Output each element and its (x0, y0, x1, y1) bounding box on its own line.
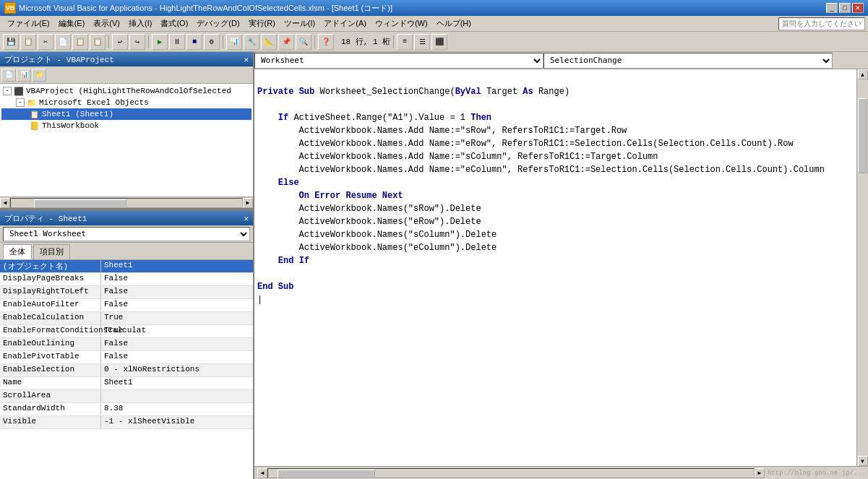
code-toolbar: Worksheet SelectionChange (254, 52, 868, 69)
toolbar-pause-btn[interactable]: ⏸ (169, 34, 185, 50)
vscroll-track[interactable] (857, 79, 868, 456)
project-panel: プロジェクト - VBAProject ✕ 📄 📊 📁 - ⬛ VBAProje… (0, 52, 253, 211)
properties-close-btn[interactable]: ✕ (244, 214, 249, 223)
toolbar-btn6[interactable]: 📋 (90, 34, 106, 50)
code-line (257, 98, 854, 111)
toolbar-btn12[interactable]: 📐 (261, 34, 277, 50)
hscroll-code-right-btn[interactable]: ▶ (755, 468, 765, 478)
vscroll-up-btn[interactable]: ▲ (858, 69, 868, 79)
prop-name: (オブジェクト名) (0, 260, 101, 272)
toolbar-align-btn[interactable]: ≡ (397, 34, 413, 50)
toolbar-help-btn[interactable]: ❓ (318, 34, 334, 50)
code-line: ActiveWorkbook.Names.Add Name:="eColumn"… (257, 163, 854, 176)
prop-name: EnableOutlining (0, 338, 101, 350)
search-input[interactable] (778, 17, 865, 30)
hscroll-code-track[interactable] (267, 468, 755, 478)
prop-row[interactable]: (オブジェクト名)Sheet1 (0, 260, 253, 273)
tree-item-root[interactable]: - ⬛ VBAProject (HighLightTheRowAndColOfS… (1, 85, 252, 97)
prop-row[interactable]: Visible-1 - xlSheetVisible (0, 416, 253, 429)
properties-tabs: 全体 項目別 (0, 243, 253, 260)
tree-item-thisworkbook[interactable]: 📒 ThisWorkbook (1, 120, 252, 131)
code-area[interactable]: Private Sub Worksheet_SelectionChange(By… (254, 69, 856, 466)
toolbar-btn5[interactable]: 📋 (72, 34, 88, 50)
project-folder-btn[interactable]: 📁 (32, 69, 46, 82)
menu-addins[interactable]: アドイン(A) (319, 17, 371, 30)
toolbar-btn4[interactable]: 📄 (55, 34, 71, 50)
tree-item-sheet1[interactable]: 📋 Sheet1 (Sheet1) (1, 108, 252, 120)
prop-row[interactable]: EnableSelection0 - xlNoRestrictions (0, 364, 253, 377)
toolbar-stop-btn[interactable]: ■ (186, 34, 202, 50)
properties-panel: プロパティ - Sheet1 ✕ Sheet1 Worksheet 全体 項目別… (0, 211, 253, 479)
prop-row[interactable]: EnableFormatConditionsCalculatTrue (0, 325, 253, 338)
code-line: ActiveWorkbook.Names("sRow").Delete (257, 202, 854, 215)
project-hscrollbar[interactable]: ◀ ▶ (0, 197, 253, 208)
hscroll-right-btn[interactable]: ▶ (243, 198, 253, 208)
hscroll-code-left-btn[interactable]: ◀ (257, 468, 267, 478)
toolbar-btn14[interactable]: 🔍 (296, 34, 311, 50)
menu-view[interactable]: 表示(V) (89, 17, 124, 30)
tree-root-label: VBAProject (HighLightTheRowAndColOfSelec… (26, 87, 231, 95)
toolbar-align2-btn[interactable]: ☰ (414, 34, 430, 50)
prop-value: True (101, 325, 253, 337)
toolbar-btn11[interactable]: 🔧 (244, 34, 259, 50)
toolbar-btn13[interactable]: 📌 (278, 34, 294, 50)
menu-edit[interactable]: 編集(E) (54, 17, 90, 30)
prop-value: False (101, 273, 253, 285)
prop-row[interactable]: EnableOutliningFalse (0, 338, 253, 351)
toolbar-save-btn[interactable]: 💾 (3, 34, 19, 50)
toolbar-btn3[interactable]: ✂ (38, 34, 53, 50)
prop-tab-category[interactable]: 項目別 (33, 244, 70, 259)
toolbar-sep3 (223, 35, 223, 48)
prop-row[interactable]: DisplayPageBreaksFalse (0, 273, 253, 286)
expand-root-icon[interactable]: - (3, 87, 12, 95)
menu-tools[interactable]: ツール(I) (280, 17, 319, 30)
prop-row[interactable]: DisplayRightToLeftFalse (0, 286, 253, 299)
menu-format[interactable]: 書式(O) (156, 17, 192, 30)
menu-file[interactable]: ファイル(E) (3, 17, 54, 30)
code-line: Private Sub Worksheet_SelectionChange(By… (257, 85, 854, 98)
toolbar-btn2[interactable]: 📋 (20, 34, 36, 50)
toolbar-undo-btn[interactable]: ↩ (112, 34, 128, 50)
prop-value: False (101, 286, 253, 298)
expand-folder-icon[interactable]: - (16, 98, 25, 107)
menu-help[interactable]: ヘルプ(H) (432, 17, 476, 30)
object-dropdown[interactable]: Worksheet (254, 53, 543, 69)
menu-debug[interactable]: デバッグ(D) (192, 17, 244, 30)
code-line: End Sub (257, 280, 854, 293)
prop-tab-all[interactable]: 全体 (3, 244, 32, 259)
properties-table: (オブジェクト名)Sheet1DisplayPageBreaksFalseDis… (0, 260, 253, 479)
toolbar-run-btn[interactable]: ▶ (152, 34, 168, 50)
prop-row[interactable]: NameSheet1 (0, 377, 253, 390)
menu-run[interactable]: 実行(R) (244, 17, 280, 30)
hscroll-left-btn[interactable]: ◀ (0, 198, 10, 208)
toolbar-redo-btn[interactable]: ↪ (129, 34, 145, 50)
prop-row[interactable]: EnableAutoFilterFalse (0, 299, 253, 312)
vscroll-down-btn[interactable]: ▼ (858, 456, 868, 466)
hscroll-track[interactable] (10, 198, 243, 208)
close-button[interactable]: ✕ (852, 3, 864, 13)
prop-name: EnableCalculation (0, 312, 101, 324)
prop-value: False (101, 338, 253, 350)
properties-object-select[interactable]: Sheet1 Worksheet (3, 227, 250, 241)
toolbar-btn10[interactable]: 📊 (226, 34, 242, 50)
project-close-btn[interactable]: ✕ (244, 55, 249, 64)
toolbar-mode-btn[interactable]: ⚙ (204, 34, 220, 50)
tree-item-excel-objects[interactable]: - 📁 Microsoft Excel Objects (1, 97, 252, 108)
code-line: Else (257, 176, 854, 189)
restore-button[interactable]: □ (839, 3, 851, 13)
minimize-button[interactable]: _ (826, 3, 838, 13)
code-vscrollbar[interactable]: ▲ ▼ (856, 69, 868, 466)
project-toolbar: 📄 📊 📁 (0, 66, 253, 84)
menu-window[interactable]: ウィンドウ(W) (371, 17, 432, 30)
title-bar: VB Microsoft Visual Basic for Applicatio… (0, 0, 868, 16)
project-view-object-btn[interactable]: 📊 (17, 69, 31, 82)
toolbar-align3-btn[interactable]: ⬛ (431, 34, 447, 50)
vscroll-thumb (858, 98, 867, 173)
prop-row[interactable]: ScrollArea (0, 390, 253, 403)
project-view-code-btn[interactable]: 📄 (1, 69, 16, 82)
prop-row[interactable]: EnableCalculationTrue (0, 312, 253, 325)
procedure-dropdown[interactable]: SelectionChange (543, 53, 833, 69)
menu-insert[interactable]: 挿入(I) (124, 17, 156, 30)
prop-row[interactable]: EnablePivotTableFalse (0, 351, 253, 364)
prop-row[interactable]: StandardWidth8.38 (0, 403, 253, 416)
